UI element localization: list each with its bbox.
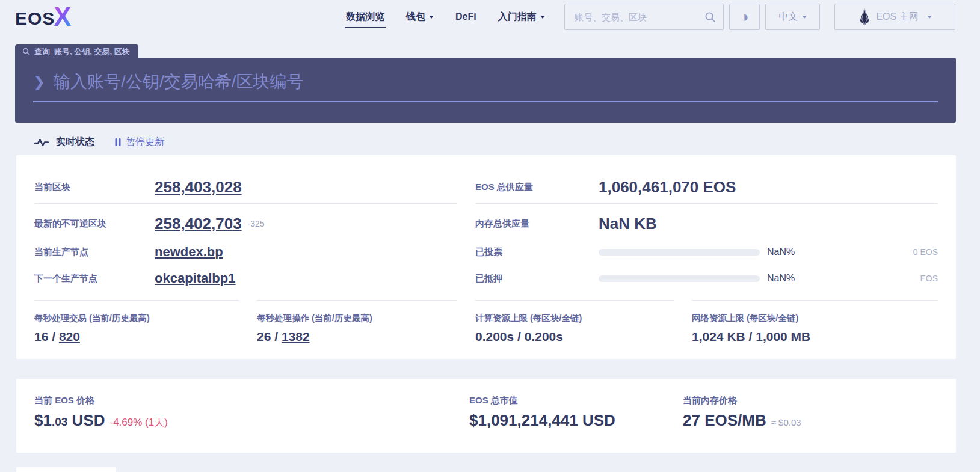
- stats-left-column: 当前区块 258,403,028 最新的不可逆区块 258,402,703 -3…: [34, 171, 457, 292]
- eosx-logo[interactable]: EOS X: [15, 4, 72, 30]
- ram-supply-label: 内存总供应量: [475, 218, 599, 230]
- next-producer-row: 下一个生产节点 okcapitalbp1: [34, 265, 457, 292]
- tps-metric: 每秒处理交易 (当前/历史最高) 16 / 820: [34, 300, 239, 344]
- chevron-down-icon: [429, 16, 434, 19]
- price-card: 当前 EOS 价格 $1.03 USD-4.69% (1天) EOS 总市值 $…: [16, 379, 956, 453]
- chevron-down-icon: [927, 16, 932, 19]
- staked-percent: NaN%: [767, 273, 795, 284]
- voted-amount: 0 EOS: [913, 247, 938, 257]
- cpu-limit-value: 0.200s / 0.200s: [475, 329, 674, 344]
- next-section-card-partial: [16, 467, 116, 472]
- tps-label: 每秒处理交易: [34, 313, 87, 323]
- nav-item-explorer[interactable]: 数据浏览: [345, 1, 386, 33]
- search-icon[interactable]: [704, 11, 716, 23]
- pause-icon: [115, 138, 121, 147]
- header-search-input[interactable]: [575, 12, 704, 22]
- language-selector[interactable]: 中文: [765, 4, 820, 30]
- aps-peak-link[interactable]: 1382: [282, 329, 310, 343]
- aps-label: 每秒处理操作: [257, 313, 309, 323]
- market-cap-label: EOS 总市值: [469, 395, 665, 406]
- pulse-icon: [34, 138, 49, 147]
- nav-item-defi[interactable]: DeFi: [454, 2, 478, 32]
- irreversible-block-link[interactable]: 258,402,703: [155, 215, 242, 233]
- nav-item-guide[interactable]: 入门指南: [497, 1, 546, 33]
- search-link-tx[interactable]: 交易: [94, 47, 110, 56]
- cpu-limit-metric: 计算资源上限 (每区块/全链) 0.200s / 0.200s: [475, 300, 674, 344]
- eos-price-value: $1.03 USD-4.69% (1天): [34, 411, 451, 430]
- total-supply-row: EOS 总供应量 1,060,461,070 EOS: [475, 171, 938, 203]
- tps-peak-link[interactable]: 820: [59, 329, 80, 343]
- search-banner-body: ❯: [15, 58, 956, 123]
- ram-supply-row: 内存总供应量 NaN KB: [475, 204, 938, 239]
- main-search-field: ❯: [33, 72, 938, 102]
- stats-right-column: EOS 总供应量 1,060,461,070 EOS 内存总供应量 NaN KB…: [475, 171, 938, 292]
- head-block-link[interactable]: 258,403,028: [155, 178, 242, 197]
- staked-row: 已抵押 NaN% EOS: [475, 265, 938, 292]
- main-nav: 数据浏览 钱包 DeFi 入门指南: [345, 0, 546, 34]
- current-producer-label: 当前生产节点: [34, 247, 155, 258]
- search-icon: [22, 48, 30, 55]
- eos-price-block: 当前 EOS 价格 $1.03 USD-4.69% (1天): [34, 395, 451, 430]
- market-cap-value: $1,091,214,441 USD: [469, 411, 665, 430]
- total-supply-value: 1,060,461,070 EOS: [599, 178, 736, 197]
- head-block-row: 当前区块 258,403,028: [34, 171, 457, 203]
- tps-current: 16 /: [34, 329, 59, 343]
- search-banner-tab: 查询 账号, 公钥, 交易, 区块: [15, 44, 138, 58]
- network-selector[interactable]: EOS 主网: [834, 4, 955, 30]
- market-cap-block: EOS 总市值 $1,091,214,441 USD: [469, 395, 665, 430]
- voted-progress-bar: [599, 249, 760, 256]
- ram-price-label: 当前内存价格: [683, 395, 938, 406]
- pause-updates-button[interactable]: 暂停更新: [115, 136, 164, 149]
- current-producer-link[interactable]: newdex.bp: [155, 244, 223, 260]
- theme-toggle-button[interactable]: ◑: [729, 4, 760, 30]
- next-producer-label: 下一个生产节点: [34, 273, 155, 284]
- staked-label: 已抵押: [475, 273, 599, 284]
- staked-progress-bar: [599, 275, 760, 282]
- ram-price-usd-approx: ≈ $0.03: [771, 417, 801, 428]
- current-producer-row: 当前生产节点 newdex.bp: [34, 239, 457, 265]
- live-status-bar: 实时状态 暂停更新: [34, 136, 164, 149]
- net-limit-value: 1,024 KB / 1,000 MB: [692, 329, 938, 344]
- ram-supply-value: NaN KB: [599, 215, 657, 233]
- staked-amount: EOS: [920, 274, 938, 283]
- voted-label: 已投票: [475, 247, 599, 258]
- price-change-badge: -4.69% (1天): [109, 417, 167, 428]
- nav-item-wallet[interactable]: 钱包: [405, 1, 435, 33]
- chevron-down-icon: [540, 16, 545, 19]
- irreversible-block-row: 最新的不可逆区块 258,402,703 -325: [34, 204, 457, 239]
- total-supply-label: EOS 总供应量: [475, 182, 599, 193]
- logo-text-eos: EOS: [15, 8, 55, 29]
- chain-stats-card: 当前区块 258,403,028 最新的不可逆区块 258,402,703 -3…: [16, 155, 956, 359]
- main-search-input[interactable]: [54, 72, 938, 91]
- net-limit-metric: 网络资源上限 (每区块/全链) 1,024 KB / 1,000 MB: [692, 300, 938, 344]
- next-producer-link[interactable]: okcapitalbp1: [155, 271, 235, 286]
- ram-price-value: 27 EOS/MB: [683, 411, 766, 429]
- cpu-limit-label: 计算资源上限: [475, 313, 528, 323]
- top-header: EOS X 数据浏览 钱包 DeFi 入门指南 ◑ 中文: [0, 0, 980, 34]
- search-link-block[interactable]: 区块: [114, 47, 130, 56]
- search-link-account[interactable]: 账号: [54, 47, 70, 56]
- header-actions: ◑ 中文 EOS 主网: [564, 4, 955, 30]
- head-block-label: 当前区块: [34, 182, 155, 193]
- tab-prefix-label: 查询: [34, 46, 50, 57]
- chevron-down-icon: [802, 16, 807, 19]
- block-lag-delta: -325: [248, 219, 265, 228]
- live-status-title: 实时状态: [56, 136, 94, 149]
- eos-diamond-icon: [858, 8, 871, 26]
- aps-current: 26 /: [257, 329, 282, 343]
- logo-text-x: X: [54, 4, 71, 30]
- voted-percent: NaN%: [767, 247, 795, 257]
- irreversible-block-label: 最新的不可逆区块: [34, 218, 155, 230]
- contrast-icon: ◑: [740, 10, 749, 24]
- prompt-arrow-icon: ❯: [33, 75, 45, 89]
- search-banner: 查询 账号, 公钥, 交易, 区块 ❯: [15, 44, 956, 123]
- header-search-box: [564, 4, 724, 30]
- aps-metric: 每秒处理操作 (当前/历史最高) 26 / 1382: [257, 300, 457, 344]
- voted-row: 已投票 NaN% 0 EOS: [475, 239, 938, 265]
- net-limit-label: 网络资源上限: [692, 313, 744, 323]
- ram-price-block: 当前内存价格 27 EOS/MB≈ $0.03: [683, 395, 938, 430]
- search-link-key[interactable]: 公钥: [74, 47, 90, 56]
- eos-price-label: 当前 EOS 价格: [34, 395, 451, 406]
